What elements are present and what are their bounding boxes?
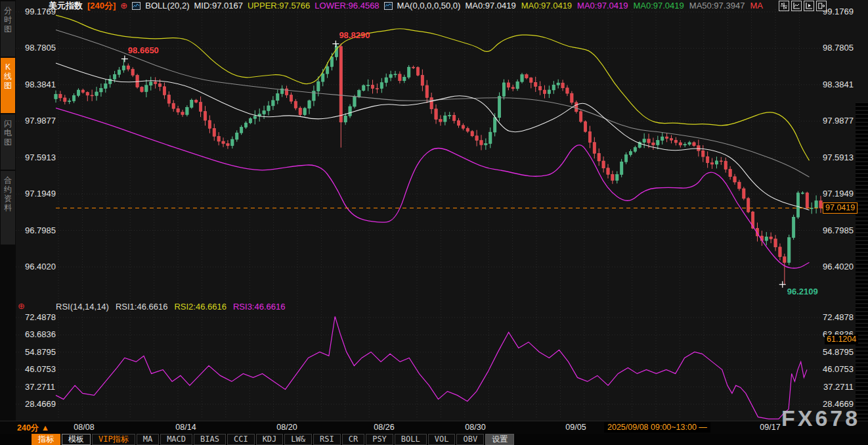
toolbar-item-16[interactable]: 设置 [485, 434, 514, 445]
ma-label: MA(0,0,0,0,50,0) [397, 1, 461, 11]
boll-upper-value: UPPER:97.5766 [248, 1, 310, 11]
svg-text:98.6650: 98.6650 [128, 45, 159, 55]
sidebar-tab-2[interactable]: K线图 [1, 58, 15, 113]
y-axis-label: 72.4878 [813, 312, 854, 322]
ma-indicator-icon[interactable] [384, 2, 393, 10]
crosshair-icon[interactable] [779, 1, 789, 11]
rsi-expand-icon[interactable]: ⊕ [18, 301, 25, 311]
x-axis-date-label: 08/30 [457, 423, 494, 432]
ma-value-4: MA0:97.0419 [633, 1, 684, 11]
last-price-badge: 97.0419 [823, 202, 857, 214]
y-axis-label: 96.7985 [25, 225, 56, 235]
x-axis-date-label: 08/20 [269, 423, 305, 432]
toolbar-item-5[interactable]: MACD [160, 434, 192, 445]
period-selector[interactable]: 240分 ▲ [17, 423, 49, 434]
svg-text:98.8290: 98.8290 [339, 30, 370, 40]
y-axis-label: 46.0753 [25, 364, 56, 374]
svg-text:96.2109: 96.2109 [787, 287, 818, 296]
ma-value-2: MA0:97.0419 [521, 1, 572, 11]
toolbar-item-12[interactable]: PSY [366, 434, 393, 445]
ma-value-5: MA50:97.3947 [689, 1, 745, 11]
y-axis-label: 54.8795 [25, 347, 56, 357]
toolbar-item-14[interactable]: VOL [428, 434, 456, 445]
y-axis-label: 96.4020 [25, 262, 56, 271]
boll-indicator-icon[interactable] [132, 2, 141, 10]
sidebar-tab-3[interactable]: 闪电图 [1, 114, 15, 170]
ma-value-3: MA0:97.0419 [577, 1, 628, 11]
ma-value-1: MA0:97.0419 [465, 1, 515, 11]
y-axis-label: 96.7985 [813, 225, 854, 235]
candlestick-chart[interactable]: 98.665098.829096.2109 [16, 0, 868, 421]
indicator-toolbar: 指标模板VIP指标MAMACDBIASCCIKDJLW&RSICRPSYBOLL… [32, 434, 514, 445]
chart-area[interactable]: 98.665098.829096.2109 [16, 0, 868, 421]
toolbar-item-15[interactable]: OBV [456, 434, 484, 445]
toolbar-item-4[interactable]: MA [137, 434, 159, 445]
period-tag: [240分] [87, 0, 116, 12]
y-axis-label: 98.7805 [25, 43, 56, 53]
x-axis-date-label: 08/14 [167, 423, 204, 432]
y-axis-label: 37.2711 [25, 382, 55, 392]
fx678-watermark: FX678 [781, 406, 860, 431]
toolbar-item-6[interactable]: BIAS [194, 434, 226, 445]
y-axis-label: 98.7805 [813, 43, 854, 53]
right-scroll-strip [856, 102, 868, 421]
sidebar-tab-4[interactable]: 合约资料 [1, 171, 15, 245]
y-axis-label: 97.9877 [25, 116, 56, 126]
y-axis-label: 98.3841 [813, 80, 854, 89]
toolbar-item-8[interactable]: KDJ [256, 434, 284, 445]
axis-scale-icon[interactable] [791, 1, 802, 11]
y-axis-label: 97.5913 [813, 152, 854, 162]
x-axis-date-label: 08/26 [366, 423, 402, 432]
rsi-header: RSI(14,14,14) RSI1:46.6616 RSI2:46.6616 … [56, 302, 285, 312]
y-axis-label: 54.8795 [813, 347, 854, 357]
expand-circle-icon[interactable]: ⊕ [120, 1, 127, 11]
trading-app-window: 分时图K线图闪电图合约资料 98.665098.829096.2109 美元指数… [0, 0, 868, 445]
y-axis-label: 97.1949 [813, 189, 854, 199]
y-axis-label: 28.4669 [25, 399, 56, 409]
rsi3-value: RSI3:46.6616 [233, 302, 286, 312]
y-axis-label: 72.4878 [25, 312, 56, 322]
boll-mid-value: MID:97.0167 [194, 1, 242, 11]
boll-label: BOLL(20,2) [145, 1, 189, 11]
y-axis-label: 97.9877 [813, 116, 854, 126]
toolbar-item-2[interactable]: 模板 [62, 434, 91, 445]
pan-export-icon[interactable] [816, 1, 827, 11]
rsi-current-badge: 61.1204 [825, 335, 858, 344]
rsi-title: RSI(14,14,14) [56, 302, 109, 312]
rsi1-value: RSI1:46.6616 [116, 302, 168, 312]
y-axis-label: 96.4020 [813, 262, 854, 271]
y-axis-label: 63.6836 [25, 329, 56, 339]
sidebar-tab-1[interactable]: 分时图 [1, 1, 15, 57]
chart-type-sidebar: 分时图K线图闪电图合约资料 [0, 0, 16, 421]
ma-values-group: MA0:97.0419MA0:97.0419MA0:97.0419MA0:97.… [465, 1, 762, 11]
y-axis-label: 97.5913 [25, 152, 56, 162]
chart-tool-icons [779, 1, 827, 11]
toolbar-item-3[interactable]: VIP指标 [92, 434, 135, 445]
y-axis-label: 98.3841 [25, 80, 56, 89]
toolbar-item-10[interactable]: RSI [313, 434, 341, 445]
boll-lower-value: LOWER:96.4568 [315, 1, 379, 11]
ma-value-6: MA [750, 1, 763, 11]
y-axis-label: 37.2711 [813, 382, 854, 392]
y-axis-label: 46.0753 [813, 364, 854, 374]
toolbar-item-13[interactable]: BOLL [395, 434, 427, 445]
y-axis-label: 97.1949 [25, 189, 56, 199]
x-axis-date-label: 09/05 [557, 423, 594, 432]
selected-bar-range: 2025/09/08 09:00~13:00 — [604, 422, 710, 433]
toolbar-item-7[interactable]: CCI [227, 434, 255, 445]
rsi2-value: RSI2:46.6616 [174, 302, 227, 312]
toolbar-item-1[interactable]: 指标 [32, 434, 60, 445]
indicator-header: 美元指数 [240分] ⊕ BOLL(20,2) MID:97.0167 UPP… [49, 1, 763, 11]
symbol-name: 美元指数 [49, 0, 83, 12]
x-axis-row: 240分 ▲ 2025/09/08 09:00~13:00 — 08/0808/… [0, 421, 868, 434]
toolbar-item-9[interactable]: LW& [284, 434, 312, 445]
playback-chart-icon[interactable] [804, 1, 814, 11]
toolbar-item-11[interactable]: CR [342, 434, 364, 445]
x-axis-date-label: 08/08 [66, 423, 102, 432]
